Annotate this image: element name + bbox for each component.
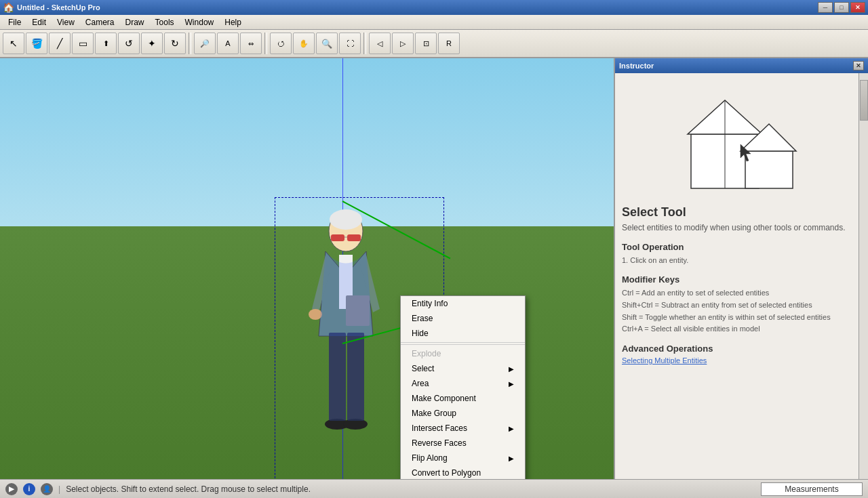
context-menu-item-label: Erase: [412, 314, 433, 323]
house-illustration: [622, 80, 861, 205]
svg-rect-13: [347, 333, 364, 421]
status-icon-play: ▶: [5, 483, 18, 495]
toolbar-separator-3: [363, 33, 366, 54]
statusbar: ▶ i 👤 | Select objects. Shift to extend …: [0, 479, 868, 498]
dimensions-button[interactable]: ⇔: [240, 33, 262, 54]
statusbar-left: ▶ i 👤 | Select objects. Shift to extend …: [5, 483, 311, 495]
context-menu-item-select[interactable]: Select▶: [401, 361, 525, 376]
svg-point-6: [309, 309, 322, 320]
context-menu-item-hide[interactable]: Hide: [401, 326, 525, 341]
section-plane-button[interactable]: ⊡: [415, 33, 437, 54]
instructor-description: Select entities to modify when using oth…: [622, 222, 861, 234]
menu-item-view[interactable]: View: [52, 16, 80, 28]
titlebar: 🏠 Untitled - SketchUp Pro ─ □ ✕: [0, 0, 868, 15]
svg-rect-2: [331, 234, 344, 241]
instructor-content: Select Tool Select entities to modify wh…: [615, 73, 868, 479]
status-icon-user: 👤: [41, 483, 53, 495]
measurements-display[interactable]: Measurements: [761, 482, 863, 496]
maximize-button[interactable]: □: [834, 2, 849, 13]
tool-operation-title: Tool Operation: [622, 242, 861, 252]
status-message: Select objects. Shift to extend select. …: [66, 484, 311, 494]
context-menu-item-explode: Explode: [401, 346, 525, 361]
minimize-button[interactable]: ─: [818, 2, 833, 13]
context-menu-item-convert-to-polygon[interactable]: Convert to Polygon: [401, 465, 525, 479]
submenu-arrow-icon: ▶: [509, 380, 514, 388]
context-menu-item-area[interactable]: Area▶: [401, 376, 525, 391]
context-menu: Entity InfoEraseHideExplodeSelect▶Area▶M…: [400, 295, 526, 479]
modifier-keys-title: Modifier Keys: [622, 274, 861, 285]
scrollbar-thumb[interactable]: [860, 80, 868, 121]
menu-item-camera[interactable]: Camera: [80, 16, 120, 28]
window-title: Untitled - SketchUp Pro: [17, 3, 100, 12]
instructor-close-button[interactable]: ✕: [853, 61, 864, 70]
pan-button[interactable]: ✋: [293, 33, 315, 54]
scale-tool-button[interactable]: ↻: [164, 33, 186, 54]
orbit-button[interactable]: ⭯: [270, 33, 292, 54]
line-tool-button[interactable]: ╱: [49, 33, 71, 54]
titlebar-left: 🏠 Untitled - SketchUp Pro: [3, 2, 100, 13]
titlebar-controls: ─ □ ✕: [818, 2, 865, 13]
viewport[interactable]: Entity InfoEraseHideExplodeSelect▶Area▶M…: [0, 58, 614, 479]
paint-tool-button[interactable]: 🪣: [26, 33, 47, 54]
advanced-operations-link[interactable]: Selecting Multiple Entities: [622, 356, 861, 365]
instructor-scrollbar[interactable]: [859, 73, 868, 479]
submenu-arrow-icon: ▶: [509, 365, 514, 373]
context-menu-item-make-group[interactable]: Make Group: [401, 406, 525, 421]
context-menu-item-flip-along[interactable]: Flip Along▶: [401, 451, 525, 465]
svg-point-1: [330, 209, 362, 230]
app-icon: 🏠: [3, 2, 14, 13]
context-menu-separator-after-2: [401, 342, 525, 343]
submenu-arrow-icon: ▶: [509, 455, 514, 462]
menu-item-edit[interactable]: Edit: [26, 16, 52, 28]
submenu-arrow-icon: ▶: [509, 425, 514, 432]
zoom-button[interactable]: 🔍: [316, 33, 338, 54]
context-menu-item-label: Area: [412, 379, 429, 388]
menu-item-tools[interactable]: Tools: [150, 16, 180, 28]
instructor-tool-title: Select Tool: [622, 205, 861, 220]
context-menu-separator-3: [401, 344, 525, 345]
advanced-operations-title: Advanced Operations: [622, 344, 861, 354]
instructor-titlebar: Instructor ✕: [615, 58, 868, 73]
text-tool-button[interactable]: A: [217, 33, 239, 54]
context-menu-item-label: Select: [412, 364, 434, 373]
status-icon-info: i: [23, 483, 35, 495]
context-menu-item-label: Convert to Polygon: [412, 468, 481, 478]
context-menu-item-label: Make Group: [412, 409, 456, 418]
shape-tool-button[interactable]: ▭: [72, 33, 94, 54]
measurements-label: Measurements: [785, 484, 838, 494]
next-view-button[interactable]: ▷: [392, 33, 414, 54]
push-tool-button[interactable]: ⬆: [95, 33, 117, 54]
context-menu-item-label: Explode: [412, 349, 441, 358]
rotate-tool-button[interactable]: ↺: [118, 33, 140, 54]
toolbar-separator-1: [189, 33, 191, 54]
menu-item-draw[interactable]: Draw: [120, 16, 150, 28]
previous-view-button[interactable]: ◁: [369, 33, 391, 54]
menu-item-help[interactable]: Help: [219, 16, 247, 28]
context-menu-item-intersect-faces[interactable]: Intersect Faces▶: [401, 421, 525, 436]
context-menu-item-label: Intersect Faces: [412, 423, 467, 433]
components-button[interactable]: 🔎: [194, 33, 216, 54]
ruby-console-button[interactable]: R: [438, 33, 460, 54]
context-menu-item-label: Hide: [412, 329, 429, 338]
select-tool-button[interactable]: ↖: [3, 33, 24, 54]
context-menu-item-label: Reverse Faces: [412, 438, 467, 448]
instructor-title: Instructor: [619, 62, 654, 70]
context-menu-item-entity-info[interactable]: Entity Info: [401, 296, 525, 311]
context-menu-item-erase[interactable]: Erase: [401, 311, 525, 326]
toolbar-separator-2: [264, 33, 267, 54]
zoom-extents-button[interactable]: ⛶: [339, 33, 361, 54]
context-menu-item-label: Make Component: [412, 394, 476, 403]
tool-operation-body: 1. Click on an entity.: [622, 255, 861, 267]
menu-item-file[interactable]: File: [3, 16, 26, 28]
person-figure: [292, 201, 400, 479]
close-button[interactable]: ✕: [850, 2, 865, 13]
svg-rect-16: [745, 151, 793, 188]
main-area: Entity InfoEraseHideExplodeSelect▶Area▶M…: [0, 58, 868, 479]
context-menu-item-make-component[interactable]: Make Component: [401, 391, 525, 406]
context-menu-item-reverse-faces[interactable]: Reverse Faces: [401, 436, 525, 451]
modifier-keys-body: Ctrl = Add an entity to set of selected …: [622, 287, 861, 335]
instructor-panel: Instructor ✕: [614, 58, 868, 479]
menu-item-window[interactable]: Window: [180, 16, 220, 28]
move-tool-button[interactable]: ✦: [141, 33, 163, 54]
svg-rect-3: [347, 234, 361, 241]
